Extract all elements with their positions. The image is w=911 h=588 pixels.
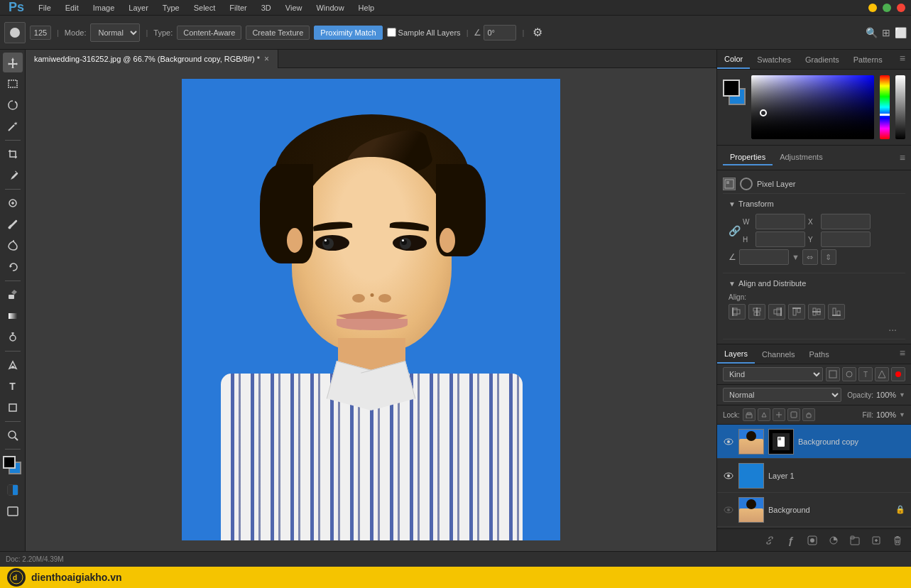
screen-mode-icon[interactable]: ⬜ [895,27,907,38]
paths-tab[interactable]: Paths [802,344,836,364]
menu-window[interactable]: Window [313,2,347,13]
swatches-tab[interactable]: Swatches [750,50,798,69]
align-header[interactable]: ▼ Align and Distribute [729,276,900,290]
width-input[interactable]: 800 px [755,214,805,229]
angle-input[interactable] [484,25,516,40]
layer-visibility-layer1[interactable] [723,470,734,481]
footer-text[interactable]: dienthoaigiakho.vn [31,572,122,583]
link-proportions[interactable]: 🔗 [729,225,740,236]
create-texture-button[interactable]: Create Texture [246,26,310,40]
patterns-tab[interactable]: Patterns [846,50,890,69]
quick-mask-tool[interactable] [3,480,23,500]
lock-transparency-button[interactable] [743,408,755,421]
menu-help[interactable]: Help [356,2,378,13]
menu-edit[interactable]: Edit [62,2,82,13]
pen-tool[interactable] [3,355,23,375]
properties-options[interactable]: ≡ [900,152,905,163]
clone-stamp-tool[interactable] [3,236,23,256]
flip-horizontal-button[interactable]: ⇔ [802,249,818,265]
zoom-tool[interactable] [3,425,23,445]
history-brush-tool[interactable] [3,257,23,277]
layer-visibility-background-copy[interactable] [723,436,734,447]
hue-slider[interactable] [880,75,890,139]
angle-dropdown[interactable]: ▼ [792,253,800,261]
new-group-button[interactable] [847,533,863,548]
magic-wand-tool[interactable] [3,116,23,136]
foreground-swatch[interactable] [723,80,740,97]
screen-mode-tool[interactable] [3,501,23,521]
align-horizontal-centers-button[interactable] [748,304,765,320]
gradient-tool[interactable] [3,306,23,326]
rectangle-marquee-tool[interactable] [3,74,23,94]
lock-all-button[interactable] [802,408,815,421]
new-layer-button[interactable] [868,533,884,548]
filter-red-button[interactable] [891,367,905,381]
opacity-value[interactable]: 100% [876,391,896,399]
channels-tab[interactable]: Channels [755,344,802,364]
x-input[interactable]: 0 px [821,214,871,229]
fill-arrow[interactable]: ▼ [899,411,905,418]
align-right-edges-button[interactable] [768,304,785,320]
y-input[interactable]: 0 px [821,232,871,247]
align-left-edges-button[interactable] [729,304,746,320]
close-button[interactable] [897,4,905,12]
brush-size-value[interactable]: 125 [30,26,51,40]
mode-select[interactable]: Normal [90,23,140,42]
height-input[interactable]: 962 px [755,232,805,247]
maximize-button[interactable] [883,4,891,12]
menu-type[interactable]: Type [160,2,182,13]
proximity-match-button[interactable]: Proximity Match [314,26,382,40]
shape-tool[interactable] [3,398,23,418]
align-bottom-edges-button[interactable] [828,304,845,320]
add-layer-style-button[interactable]: ƒ [783,533,799,548]
content-aware-button[interactable]: Content-Aware [177,26,241,40]
eyedropper-tool[interactable] [3,165,23,185]
align-more-button[interactable]: ... [729,322,900,333]
menu-filter[interactable]: Filter [227,2,249,13]
layers-options[interactable]: ≡ [894,344,911,364]
align-top-edges-button[interactable] [788,304,805,320]
search-icon[interactable]: 🔍 [866,27,878,38]
foreground-color[interactable] [3,456,16,469]
tab-close-button[interactable]: × [264,54,269,64]
filter-kind-select[interactable]: Kind [723,367,823,381]
document-tab[interactable]: kamiwedding-316252.jpg @ 66.7% (Backgrou… [26,50,278,68]
layers-tab[interactable]: Layers [717,344,755,364]
filter-adjustment-button[interactable] [842,367,856,381]
rotation-input[interactable]: 0.00° [739,249,789,265]
adjustments-tab[interactable]: Adjustments [773,150,830,165]
blend-mode-select[interactable]: Normal [723,388,841,402]
delete-layer-button[interactable] [890,533,905,548]
lock-artboard-button[interactable] [787,408,800,421]
spectrum-cursor[interactable] [760,109,767,116]
properties-tab[interactable]: Properties [723,150,773,165]
minimize-button[interactable] [868,4,877,12]
layer-visibility-background[interactable] [723,504,734,516]
layer-1[interactable]: Layer 1 [717,459,911,493]
gradients-tab[interactable]: Gradients [798,50,846,69]
fill-value[interactable]: 100% [876,410,896,419]
color-spectrum[interactable] [751,75,874,139]
color-panel-options[interactable]: ≡ [894,50,911,69]
canvas-viewport[interactable] [26,68,716,551]
flip-vertical-button[interactable]: ⇕ [821,249,836,265]
dodge-tool[interactable] [3,327,23,347]
crop-tool[interactable] [3,144,23,164]
add-layer-mask-button[interactable] [804,533,820,548]
menu-select[interactable]: Select [191,2,219,13]
filter-shape-button[interactable] [875,367,889,381]
layer-background-copy[interactable]: Background copy [717,425,911,459]
sample-all-layers-input[interactable] [387,28,396,37]
layer-background[interactable]: Background 🔒 [717,493,911,527]
brush-tool[interactable] [3,214,23,234]
lock-position-button[interactable] [773,408,785,421]
spot-healing-tool[interactable] [3,193,23,213]
menu-3d[interactable]: 3D [258,2,274,13]
align-vertical-centers-button[interactable] [808,304,825,320]
transform-header[interactable]: ▼ Transform [729,197,900,211]
lock-image-button[interactable] [758,408,770,421]
filter-pixel-button[interactable] [826,367,840,381]
text-tool[interactable]: T [3,376,23,396]
menu-file[interactable]: File [36,2,54,13]
link-layers-button[interactable] [762,533,778,548]
